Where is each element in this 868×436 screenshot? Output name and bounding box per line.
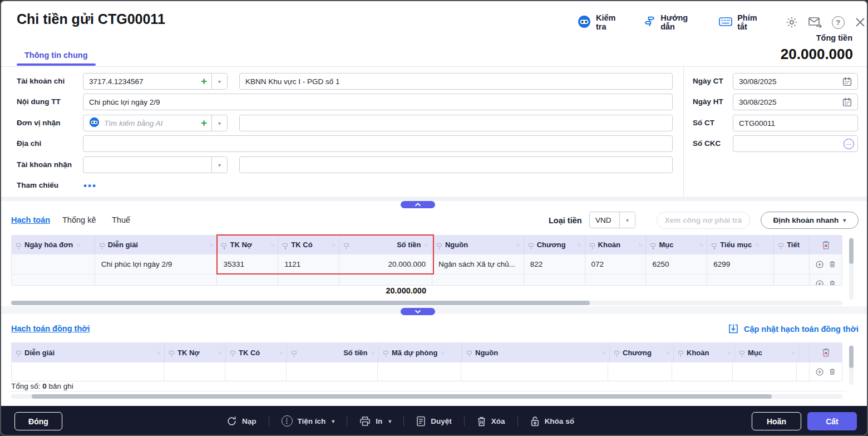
cell-tiet[interactable]: [774, 254, 810, 274]
help-button[interactable]: ?: [832, 15, 845, 30]
quick-entry-button[interactable]: Định khoản nhanh ▾: [761, 212, 859, 229]
calendar-icon[interactable]: [842, 77, 852, 86]
currency-dropdown-icon[interactable]: ▾: [619, 212, 635, 228]
pin-icon[interactable]: [712, 243, 717, 247]
pin-icon[interactable]: [16, 351, 21, 354]
sort-icon[interactable]: ↑↓: [666, 350, 669, 356]
pin-icon[interactable]: [678, 351, 683, 354]
lock-button[interactable]: Khóa sổ: [530, 416, 574, 427]
cell-ngay-hoa-don[interactable]: [12, 254, 95, 274]
add-row-icon[interactable]: [816, 367, 823, 377]
print-button[interactable]: In ▾: [359, 416, 391, 427]
calendar-icon[interactable]: [842, 97, 852, 107]
cell-khoan[interactable]: 072: [585, 254, 647, 274]
pin-icon[interactable]: [221, 243, 226, 247]
currency-select[interactable]: VND ▾: [589, 212, 635, 228]
sort-icon[interactable]: ↑↓: [371, 350, 374, 356]
delete-button[interactable]: Xóa: [477, 416, 505, 427]
sort-icon[interactable]: ↑↓: [424, 242, 427, 248]
pin-icon[interactable]: [467, 351, 472, 354]
receiver-name-input[interactable]: [239, 115, 673, 131]
cell-chuong[interactable]: 822: [524, 254, 585, 274]
receiver-placeholder[interactable]: Tìm kiếm bằng AI: [104, 119, 162, 128]
close-window-button[interactable]: Đóng: [14, 412, 62, 430]
cell-so-tien[interactable]: 20.000.000: [339, 254, 432, 274]
sort-icon[interactable]: ↑↓: [791, 350, 795, 356]
sort-icon[interactable]: ↑↓: [727, 350, 731, 356]
pin-icon[interactable]: [529, 243, 534, 247]
simultaneous-title[interactable]: Hạch toán đồng thời: [11, 324, 90, 333]
tab-hach-toan[interactable]: Hạch toán: [11, 215, 50, 224]
collapse-down-button[interactable]: [401, 308, 435, 315]
pin-icon[interactable]: [590, 243, 595, 247]
approve-button[interactable]: Duyệt: [416, 416, 452, 427]
delete-all-rows-icon[interactable]: [821, 240, 831, 250]
update-simultaneous-link[interactable]: Cập nhật hạch toán đồng thời: [728, 324, 859, 334]
guide-button[interactable]: Hướng dẫn: [644, 13, 698, 31]
post-date-input[interactable]: 30/08/2025: [733, 94, 858, 110]
sort-icon[interactable]: ↑↓: [76, 242, 80, 248]
receiver-dropdown-icon[interactable]: ▾: [211, 115, 227, 131]
delete-row-icon[interactable]: [829, 367, 836, 376]
pin-icon[interactable]: [100, 243, 105, 247]
reload-button[interactable]: Nạp: [226, 416, 257, 427]
sort-icon[interactable]: ↑↓: [270, 242, 274, 248]
horizontal-scrollbar[interactable]: [11, 394, 842, 399]
delete-all-rows-icon[interactable]: [821, 347, 831, 357]
sort-icon[interactable]: ↑↓: [516, 242, 519, 248]
add-row-icon[interactable]: [816, 259, 823, 270]
tab-general-info[interactable]: Thông tin chung: [24, 51, 88, 60]
sort-icon[interactable]: ↑↓: [157, 350, 160, 356]
sort-icon[interactable]: ↑↓: [332, 242, 335, 248]
pin-icon[interactable]: [437, 243, 442, 247]
add-account-icon[interactable]: +: [201, 75, 207, 87]
vertical-scrollbar[interactable]: [849, 237, 854, 300]
receiver-combo[interactable]: Tìm kiếm bằng AI + ▾: [83, 115, 228, 131]
receive-account-combo[interactable]: ▾: [83, 156, 228, 173]
sort-icon[interactable]: ↑↓: [602, 350, 605, 356]
add-receiver-icon[interactable]: +: [201, 117, 207, 129]
cell-muc[interactable]: 6250: [646, 254, 707, 274]
close-button[interactable]: [854, 15, 867, 30]
address-input[interactable]: [83, 135, 673, 152]
ckc-more-icon[interactable]: ...: [844, 139, 854, 149]
sort-icon[interactable]: ↑↓: [699, 242, 703, 248]
collapse-up-button[interactable]: [401, 201, 435, 208]
pin-icon[interactable]: [383, 351, 388, 354]
sort-icon[interactable]: ↑↓: [577, 242, 580, 248]
postpone-button[interactable]: Hoãn: [752, 412, 801, 430]
vertical-scrollbar[interactable]: [849, 345, 854, 385]
save-button[interactable]: Cất: [807, 412, 857, 430]
doc-no-input[interactable]: CTG00011: [733, 115, 858, 131]
send-mail-button[interactable]: [808, 15, 822, 30]
view-debt-button[interactable]: Xem công nợ phải trả: [657, 212, 750, 229]
pay-account-value[interactable]: 3717.4.1234567: [89, 77, 144, 86]
pin-icon[interactable]: [292, 351, 297, 354]
shortcut-button[interactable]: Phím tắt: [719, 13, 763, 31]
utilities-button[interactable]: ⋮ Tiện ích ▾: [282, 415, 335, 427]
sort-icon[interactable]: ↑↓: [638, 242, 642, 248]
tab-thue[interactable]: Thuế: [112, 215, 130, 224]
pin-icon[interactable]: [650, 243, 655, 247]
sort-icon[interactable]: ↑↓: [279, 350, 283, 356]
tab-thong-ke[interactable]: Thống kê: [62, 215, 96, 224]
pin-icon[interactable]: [344, 243, 349, 247]
cell-tk-no[interactable]: 35331: [217, 254, 278, 274]
check-button[interactable]: Kiểm tra: [578, 13, 623, 31]
horizontal-scrollbar[interactable]: [11, 301, 842, 305]
pin-icon[interactable]: [16, 243, 21, 247]
cell-nguon[interactable]: Ngân sách Xã tự chủ...: [432, 254, 524, 274]
pin-icon[interactable]: [230, 351, 235, 354]
pin-icon[interactable]: [778, 243, 783, 247]
pin-icon[interactable]: [283, 243, 288, 247]
receive-account-dropdown-icon[interactable]: ▾: [211, 157, 227, 173]
payment-content-input[interactable]: Chi phúc lợi ngày 2/9: [83, 94, 673, 110]
pin-icon[interactable]: [739, 351, 744, 354]
add-row-icon[interactable]: [816, 279, 823, 286]
sort-icon[interactable]: ↑↓: [209, 242, 213, 248]
delete-row-icon[interactable]: [829, 259, 836, 269]
cell-tk-co[interactable]: 1121: [278, 254, 339, 274]
doc-date-input[interactable]: 30/08/2025: [733, 73, 858, 90]
sort-icon[interactable]: ↑↓: [218, 350, 221, 356]
pay-account-bank-input[interactable]: KBNN Khu vực I - PGD số 1: [239, 73, 673, 90]
